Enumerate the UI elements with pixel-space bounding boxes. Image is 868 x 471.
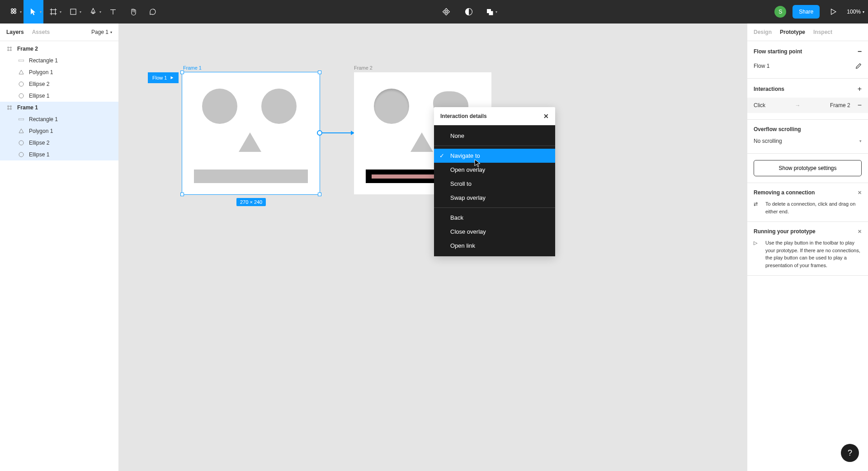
help-button[interactable]: ? bbox=[841, 444, 859, 462]
dropdown-option-swap-overlay[interactable]: Swap overlay bbox=[434, 191, 555, 205]
share-button[interactable]: Share bbox=[793, 5, 820, 19]
play-icon bbox=[829, 8, 837, 16]
comment-tool-button[interactable] bbox=[143, 0, 163, 24]
shape-ellipse[interactable] bbox=[202, 89, 237, 124]
removing-connection-section: Removing a connection ✕ ⇄ To delete a co… bbox=[747, 183, 868, 222]
figma-logo-icon bbox=[9, 8, 18, 16]
connection-node[interactable] bbox=[317, 130, 322, 136]
layer-label: Polygon 1 bbox=[29, 128, 53, 134]
shape-rectangle[interactable] bbox=[194, 170, 308, 183]
svg-point-3 bbox=[14, 11, 16, 14]
comment-icon bbox=[149, 8, 157, 16]
chevron-down-icon: ▾ bbox=[80, 10, 81, 14]
prototype-tab[interactable]: Prototype bbox=[780, 29, 805, 35]
remove-interaction-button[interactable]: − bbox=[858, 101, 862, 109]
mouse-cursor bbox=[474, 159, 481, 167]
dropdown-option-open-link[interactable]: Open link bbox=[434, 239, 555, 253]
flow-badge[interactable]: Flow 1 bbox=[148, 72, 179, 83]
hand-tool-button[interactable] bbox=[123, 0, 143, 24]
user-avatar[interactable]: S bbox=[774, 6, 786, 18]
selection-handle[interactable] bbox=[318, 193, 321, 196]
inspect-tab[interactable]: Inspect bbox=[813, 29, 832, 35]
dropdown-option-navigate-to[interactable]: Navigate to bbox=[434, 149, 555, 163]
selection-handle[interactable] bbox=[318, 71, 321, 74]
layer-rectangle-1b[interactable]: Rectangle 1 bbox=[0, 113, 118, 125]
frame-2-label[interactable]: Frame 2 bbox=[354, 65, 373, 71]
move-tool-button[interactable]: ▾ bbox=[24, 0, 43, 24]
main-menu-button[interactable]: ▾ bbox=[4, 0, 24, 24]
remove-button[interactable]: − bbox=[858, 47, 862, 56]
show-prototype-settings-button[interactable]: Show prototype settings bbox=[754, 160, 862, 176]
dismiss-button[interactable]: ✕ bbox=[858, 229, 862, 235]
frame-1-label[interactable]: Frame 1 bbox=[183, 65, 202, 71]
layer-ellipse-2b[interactable]: Ellipse 2 bbox=[0, 137, 118, 149]
selection-handle[interactable] bbox=[180, 71, 184, 74]
dropdown-option-back[interactable]: Back bbox=[434, 211, 555, 225]
layer-ellipse-1[interactable]: Ellipse 1 bbox=[0, 90, 118, 102]
layers-list: Frame 2 Rectangle 1 Polygon 1 Ellipse 2 … bbox=[0, 41, 118, 471]
flow-name: Flow 1 bbox=[754, 63, 769, 69]
chevron-down-icon: ▾ bbox=[60, 10, 61, 14]
layer-polygon-1b[interactable]: Polygon 1 bbox=[0, 125, 118, 137]
layer-polygon-1[interactable]: Polygon 1 bbox=[0, 66, 118, 78]
flow-row[interactable]: Flow 1 bbox=[754, 60, 862, 72]
zoom-selector[interactable]: 100% ▾ bbox=[847, 9, 864, 15]
zoom-value: 100% bbox=[847, 9, 861, 15]
mask-button[interactable] bbox=[462, 5, 476, 19]
overflow-value: No scrolling bbox=[754, 138, 782, 144]
shape-ellipse[interactable] bbox=[374, 89, 409, 124]
text-icon bbox=[109, 8, 117, 16]
popup-title: Interaction details bbox=[440, 113, 487, 119]
canvas-frame-1[interactable] bbox=[182, 72, 320, 194]
svg-rect-19 bbox=[19, 60, 24, 61]
add-interaction-button[interactable]: + bbox=[858, 85, 862, 93]
canvas[interactable]: Frame 1 Flow 1 270 × 240 Frame 2 bbox=[119, 24, 747, 471]
layer-ellipse-2[interactable]: Ellipse 2 bbox=[0, 78, 118, 90]
selection-handle[interactable] bbox=[180, 193, 184, 196]
assets-tab[interactable]: Assets bbox=[32, 29, 50, 35]
hand-icon bbox=[129, 8, 137, 16]
chevron-down-icon: ▾ bbox=[495, 10, 497, 14]
dropdown-option-scroll-to[interactable]: Scroll to bbox=[434, 177, 555, 191]
layer-frame-2[interactable]: Frame 2 bbox=[0, 43, 118, 55]
shape-ellipse[interactable] bbox=[261, 89, 297, 124]
overflow-select[interactable]: No scrolling ▾ bbox=[754, 135, 862, 147]
edit-icon[interactable] bbox=[855, 63, 862, 69]
svg-point-20 bbox=[19, 82, 24, 86]
connection-arrow[interactable] bbox=[322, 132, 354, 133]
layer-rectangle-1[interactable]: Rectangle 1 bbox=[0, 55, 118, 66]
union-icon bbox=[486, 8, 494, 16]
toolbar-center: ▾ bbox=[163, 5, 774, 19]
svg-point-28 bbox=[19, 152, 24, 157]
play-icon bbox=[170, 75, 174, 80]
shape-polygon[interactable] bbox=[239, 132, 261, 152]
dismiss-button[interactable]: ✕ bbox=[858, 190, 862, 196]
layer-frame-1[interactable]: Frame 1 bbox=[0, 102, 118, 113]
svg-point-0 bbox=[11, 9, 14, 11]
close-button[interactable]: ✕ bbox=[543, 113, 549, 120]
present-button[interactable] bbox=[826, 5, 840, 19]
layer-label: Ellipse 2 bbox=[29, 81, 49, 87]
svg-point-21 bbox=[19, 94, 24, 98]
design-tab[interactable]: Design bbox=[754, 29, 772, 35]
dropdown-option-open-overlay[interactable]: Open overlay bbox=[434, 163, 555, 177]
components-button[interactable] bbox=[439, 5, 453, 19]
svg-rect-26 bbox=[19, 118, 24, 120]
interaction-row[interactable]: Click → Frame 2 − bbox=[747, 98, 868, 113]
layers-tab[interactable]: Layers bbox=[6, 29, 24, 35]
frame-icon bbox=[6, 46, 13, 52]
page-selector-label: Page 1 bbox=[91, 29, 108, 35]
pen-tool-button[interactable]: ▾ bbox=[83, 0, 103, 24]
play-icon: ▷ bbox=[754, 239, 761, 269]
shape-tool-button[interactable]: ▾ bbox=[63, 0, 83, 24]
dropdown-option-close-overlay[interactable]: Close overlay bbox=[434, 225, 555, 239]
chevron-down-icon: ▾ bbox=[863, 10, 864, 14]
dropdown-option-none[interactable]: None bbox=[434, 129, 555, 143]
chevron-down-icon: ▾ bbox=[859, 139, 862, 143]
boolean-button[interactable]: ▾ bbox=[484, 5, 499, 19]
text-tool-button[interactable] bbox=[103, 0, 123, 24]
layer-ellipse-1b[interactable]: Ellipse 1 bbox=[0, 149, 118, 160]
page-selector[interactable]: Page 1 ▾ bbox=[91, 29, 112, 35]
frame-tool-button[interactable]: ▾ bbox=[43, 0, 63, 24]
shape-polygon[interactable] bbox=[410, 132, 433, 152]
